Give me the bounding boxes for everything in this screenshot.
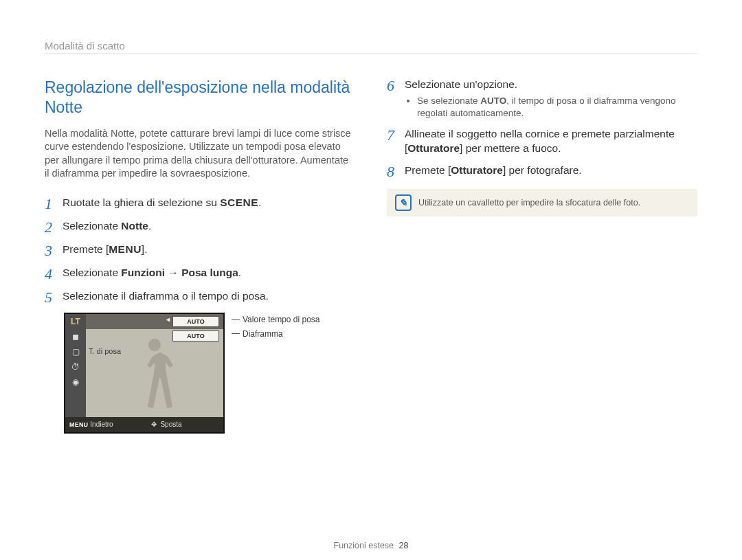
footer-section-label: Funzioni estese: [334, 541, 394, 550]
scene-label: SCENE: [220, 197, 258, 208]
steps-list-right: 6 Selezionate un'opzione. Se selezionate…: [387, 78, 697, 179]
page-footer: Funzioni estese 28: [0, 541, 742, 550]
step-number: 6: [387, 78, 405, 93]
lcd-screen: LT ◼ ▢ ⏱ ◉ ◄ AUTO AUTO T. di posa: [64, 313, 225, 434]
lcd-illustration-wrap: LT ◼ ▢ ⏱ ◉ ◄ AUTO AUTO T. di posa: [64, 313, 355, 434]
breadcrumb: Modalità di scatto: [45, 40, 697, 54]
lcd-icon: ◉: [65, 374, 86, 390]
step-body: Ruotate la ghiera di selezione su SCENE.: [63, 196, 261, 210]
person-silhouette-icon: [127, 335, 182, 416]
step-number: 7: [387, 127, 405, 143]
lcd-icon: ⏱: [65, 359, 86, 374]
step-body: Selezionate un'opzione. Se selezionate A…: [405, 78, 697, 120]
step-number: 5: [45, 289, 63, 305]
step-text: Selezionate: [63, 267, 121, 278]
step-body: Premete [MENU].: [63, 243, 147, 257]
step-text: Se selezionate: [417, 96, 480, 106]
step-bold: Funzioni: [121, 267, 165, 278]
note-box: ✎ Utilizzate un cavalletto per impedire …: [387, 189, 697, 216]
sub-bullet-list: Se selezionate AUTO, il tempo di posa o …: [405, 95, 697, 120]
step-bold: Notte: [121, 220, 148, 232]
menu-key: MENU: [109, 243, 142, 255]
step-bold: Otturatore: [407, 142, 460, 154]
step-bold: Otturatore: [451, 164, 503, 176]
left-column: Regolazione dell'esposizione nella modal…: [45, 78, 355, 434]
step-text: ] per fotografare.: [503, 164, 582, 176]
step-number: 3: [45, 243, 63, 258]
step-text: Premete [: [405, 164, 451, 176]
lcd-move-label: Sposta: [160, 421, 181, 428]
step-number: 4: [45, 266, 63, 282]
step-bold: AUTO: [480, 96, 506, 106]
callout-label: Diaframma: [243, 328, 283, 340]
step-body: Selezionate il diaframma o il tempo di p…: [63, 289, 269, 304]
lcd-auto-box-1: AUTO: [172, 316, 219, 327]
callout-label: Valore tempo di posa: [243, 314, 320, 326]
lcd-top-row: ◄ AUTO: [86, 314, 223, 329]
lcd-back-label: Indietro: [90, 421, 113, 428]
lcd-icon: ◼: [65, 329, 86, 344]
step-text: Premete [: [63, 243, 109, 255]
lcd-callouts: Valore tempo di posa Diaframma: [232, 313, 320, 343]
step-number: 8: [387, 164, 405, 179]
step-text: ].: [142, 243, 148, 255]
page-title: Regolazione dell'esposizione nella modal…: [45, 78, 355, 117]
lcd-left-strip: LT ◼ ▢ ⏱ ◉: [65, 314, 86, 417]
step-text: .: [238, 267, 241, 278]
step-text: .: [148, 220, 151, 232]
step-text: .: [258, 197, 261, 208]
step-bold: Posa lunga: [181, 267, 238, 278]
step-body: Allineate il soggetto nella cornice e pr…: [405, 127, 697, 156]
step-text: ] per mettere a fuoco.: [460, 142, 561, 154]
right-column: 6 Selezionate un'opzione. Se selezionate…: [387, 78, 697, 434]
step-body: Selezionate Funzioni → Posa lunga.: [63, 266, 241, 280]
chevron-left-icon: ◄: [165, 316, 171, 323]
lcd-bottom-bar: MENU Indietro ✥ Sposta: [65, 417, 223, 432]
step-number: 1: [45, 196, 63, 212]
intro-paragraph: Nella modalità Notte, potete catturare b…: [45, 127, 355, 181]
note-icon: ✎: [395, 194, 412, 211]
step-number: 2: [45, 219, 63, 235]
lcd-icon: ▢: [65, 344, 86, 359]
lcd-lt-label: LT: [65, 314, 86, 329]
menu-key-icon: MENU: [69, 421, 88, 428]
step-body: Premete [Otturatore] per fotografare.: [405, 164, 582, 178]
step-text: Ruotate la ghiera di selezione su: [63, 197, 220, 208]
lcd-exposure-label: T. di posa: [89, 347, 121, 355]
step-body: Selezionate Notte.: [63, 219, 151, 234]
step-text: Selezionate: [63, 220, 121, 232]
arrow-icon: →: [165, 267, 181, 278]
note-text: Utilizzate un cavalletto per impedire la…: [418, 198, 640, 208]
sub-bullet: Se selezionate AUTO, il tempo di posa o …: [417, 95, 697, 120]
page-number: 28: [399, 541, 409, 550]
dpad-icon: ✥: [151, 421, 157, 428]
step-text: Selezionate un'opzione.: [405, 78, 517, 90]
steps-list-left: 1 Ruotate la ghiera di selezione su SCEN…: [45, 196, 355, 305]
